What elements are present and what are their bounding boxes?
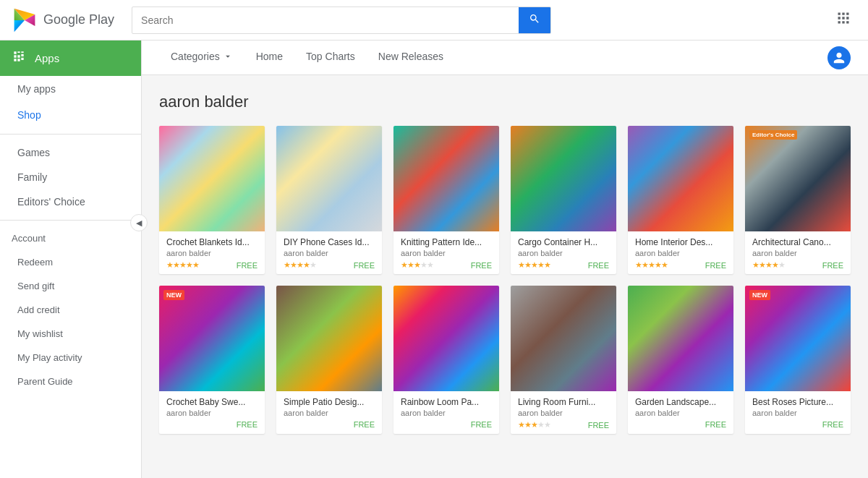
app-grid: Crochet Blankets Id... aaron balder ★★★★… bbox=[159, 126, 851, 434]
star-filled: ★ bbox=[407, 260, 414, 269]
app-price: FREE bbox=[237, 420, 258, 429]
app-card[interactable]: Home Interior Des... aaron balder ★★★★★ … bbox=[628, 126, 733, 274]
search-input[interactable] bbox=[132, 9, 519, 32]
sidebar-divider-2 bbox=[0, 220, 141, 221]
sidebar-item-shop[interactable]: Shop bbox=[0, 102, 141, 128]
app-developer: aaron balder bbox=[166, 409, 258, 417]
app-rating-row: FREE bbox=[752, 420, 843, 429]
new-releases-label: New Releases bbox=[378, 51, 443, 62]
app-info: Cargo Container H... aaron balder ★★★★★ … bbox=[511, 231, 616, 274]
layout: Apps My apps Shop Games Family Editors' … bbox=[0, 40, 868, 478]
star-filled: ★ bbox=[765, 260, 772, 269]
app-developer: aaron balder bbox=[752, 409, 843, 417]
star-filled: ★ bbox=[531, 260, 537, 269]
star-filled: ★ bbox=[401, 260, 407, 269]
app-stars: ★★★★★ bbox=[166, 260, 199, 270]
nav-item-top-charts[interactable]: Top Charts bbox=[294, 40, 367, 74]
star-empty: ★ bbox=[778, 260, 785, 269]
apps-icon bbox=[12, 49, 26, 67]
app-stars: ★★★★★ bbox=[635, 260, 668, 270]
app-price: FREE bbox=[588, 421, 609, 430]
app-thumbnail bbox=[159, 126, 265, 231]
account-avatar[interactable] bbox=[827, 46, 851, 69]
sidebar-item-family[interactable]: Family bbox=[0, 165, 141, 189]
search-button[interactable] bbox=[519, 7, 550, 33]
star-filled: ★ bbox=[772, 260, 778, 269]
app-rating-row: ★★★★★ FREE bbox=[518, 260, 609, 270]
star-filled: ★ bbox=[290, 260, 297, 269]
app-info: Knitting Pattern Ide... aaron balder ★★★… bbox=[393, 231, 499, 274]
app-info: Living Room Furni... aaron balder ★★★★★ … bbox=[511, 391, 616, 434]
app-thumbnail bbox=[511, 286, 616, 391]
nav-item-home[interactable]: Home bbox=[244, 40, 294, 74]
app-card[interactable]: NEW Best Roses Picture... aaron balder F… bbox=[745, 286, 851, 434]
sidebar-item-add-credit[interactable]: Add credit bbox=[0, 298, 141, 322]
star-empty: ★ bbox=[420, 260, 427, 269]
app-developer: aaron balder bbox=[284, 409, 375, 417]
app-info: Simple Patio Desig... aaron balder FREE bbox=[276, 391, 382, 433]
app-card[interactable]: Cargo Container H... aaron balder ★★★★★ … bbox=[511, 126, 616, 274]
main-content: aaron balder Crochet Blankets Id... aaro… bbox=[142, 75, 868, 478]
star-filled: ★ bbox=[524, 420, 531, 429]
app-card[interactable]: DIY Phone Cases Id... aaron balder ★★★★★… bbox=[276, 126, 382, 274]
nav-item-categories[interactable]: Categories bbox=[159, 40, 244, 74]
app-info: Home Interior Des... aaron balder ★★★★★ … bbox=[628, 231, 733, 274]
app-price: FREE bbox=[588, 261, 609, 270]
editors-badge: Editor's Choice bbox=[749, 130, 797, 140]
top-charts-label: Top Charts bbox=[306, 51, 355, 62]
app-card[interactable]: Simple Patio Desig... aaron balder FREE bbox=[276, 286, 382, 434]
sidebar-item-my-wishlist[interactable]: My wishlist bbox=[0, 322, 141, 346]
search-icon bbox=[529, 13, 540, 25]
app-developer: aaron balder bbox=[401, 409, 492, 417]
app-name: Crochet Baby Swe... bbox=[166, 397, 258, 407]
app-rating-row: ★★★★★ FREE bbox=[401, 260, 492, 270]
app-card[interactable]: Living Room Furni... aaron balder ★★★★★ … bbox=[511, 286, 616, 434]
sidebar-collapse-button[interactable]: ◀ bbox=[130, 214, 148, 231]
home-label: Home bbox=[256, 51, 283, 62]
games-label: Games bbox=[17, 147, 50, 158]
sidebar-item-my-play-activity[interactable]: My Play activity bbox=[0, 346, 141, 370]
search-bar bbox=[132, 7, 551, 34]
app-card[interactable]: Garden Landscape... aaron balder FREE bbox=[628, 286, 733, 434]
star-filled: ★ bbox=[635, 260, 642, 269]
app-developer: aaron balder bbox=[166, 249, 258, 257]
app-rating-row: ★★★★★ FREE bbox=[752, 260, 843, 270]
star-filled: ★ bbox=[544, 260, 550, 269]
app-thumbnail bbox=[276, 126, 382, 231]
star-filled: ★ bbox=[297, 260, 303, 269]
app-rating-row: FREE bbox=[166, 420, 258, 429]
sidebar-item-apps[interactable]: Apps bbox=[0, 40, 141, 76]
app-rating-row: ★★★★★ FREE bbox=[166, 260, 258, 270]
app-card[interactable]: Editor's Choice Architectural Cano... aa… bbox=[745, 126, 851, 274]
app-price: FREE bbox=[237, 261, 258, 270]
app-thumbnail bbox=[276, 286, 382, 391]
app-card[interactable]: Knitting Pattern Ide... aaron balder ★★★… bbox=[393, 126, 499, 274]
star-filled: ★ bbox=[173, 260, 179, 269]
app-rating-row: FREE bbox=[401, 420, 492, 429]
app-price: FREE bbox=[471, 261, 492, 270]
app-name: Garden Landscape... bbox=[635, 397, 726, 407]
nav-item-new-releases[interactable]: New Releases bbox=[367, 40, 455, 74]
sidebar-item-send-gift[interactable]: Send gift bbox=[0, 274, 141, 298]
app-card[interactable]: NEW Crochet Baby Swe... aaron balder FRE… bbox=[159, 286, 265, 434]
star-filled: ★ bbox=[284, 260, 290, 269]
app-developer: aaron balder bbox=[518, 409, 609, 417]
family-label: Family bbox=[17, 171, 47, 183]
app-name: Rainbow Loom Pa... bbox=[401, 397, 492, 407]
app-developer: aaron balder bbox=[518, 249, 609, 257]
app-price: FREE bbox=[471, 420, 492, 429]
app-name: DIY Phone Cases Id... bbox=[284, 237, 375, 247]
sidebar-item-redeem[interactable]: Redeem bbox=[0, 250, 141, 274]
categories-label: Categories bbox=[171, 51, 220, 62]
grid-menu-icon[interactable] bbox=[830, 8, 856, 32]
sidebar-item-editors-choice[interactable]: Editors' Choice bbox=[0, 189, 141, 214]
star-empty: ★ bbox=[310, 260, 316, 269]
sidebar-account-label: Account bbox=[0, 226, 141, 250]
app-card[interactable]: Crochet Blankets Id... aaron balder ★★★★… bbox=[159, 126, 265, 274]
app-price: FREE bbox=[822, 420, 843, 429]
app-card[interactable]: Rainbow Loom Pa... aaron balder FREE bbox=[393, 286, 499, 434]
sidebar-item-games[interactable]: Games bbox=[0, 140, 141, 165]
logo[interactable]: Google Play bbox=[12, 7, 114, 33]
sidebar-item-my-apps[interactable]: My apps bbox=[0, 76, 141, 102]
sidebar-item-parent-guide[interactable]: Parent Guide bbox=[0, 370, 141, 393]
